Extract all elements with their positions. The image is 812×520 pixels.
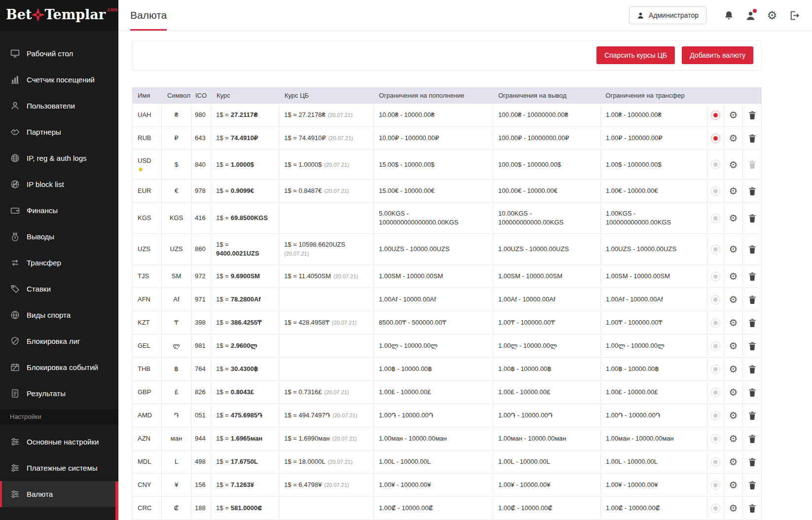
sidebar-item-label: Пользователи bbox=[27, 101, 75, 111]
sidebar-item-results[interactable]: Результаты bbox=[0, 380, 118, 407]
currency-name-cell: KZT bbox=[132, 311, 162, 334]
status-radio[interactable] bbox=[711, 160, 720, 169]
sidebar-item-bets[interactable]: Ставки bbox=[0, 276, 118, 302]
status-radio[interactable] bbox=[711, 318, 720, 328]
sidebar-item-transfer[interactable]: Трансфер bbox=[0, 250, 118, 276]
sidebar-item-event-block[interactable]: Блокировка событий bbox=[0, 354, 118, 380]
sidebar-item-visit-counter[interactable]: Счетчик посещений bbox=[0, 67, 118, 93]
trash-icon[interactable] bbox=[749, 435, 756, 443]
status-radio[interactable] bbox=[711, 365, 720, 374]
sidebar-item-finance[interactable]: Финансы bbox=[0, 197, 118, 223]
status-radio[interactable] bbox=[711, 481, 720, 490]
maltese-cross-icon bbox=[30, 7, 46, 23]
admin-button[interactable]: Администратор bbox=[629, 6, 706, 24]
gear-icon[interactable]: ⚙ bbox=[729, 110, 738, 120]
notifications-bell-icon[interactable] bbox=[722, 9, 735, 22]
sidebar-item-ip-reg-auth-logs[interactable]: IP, reg & auth logs bbox=[0, 145, 118, 171]
transfer-limits: 1.00฿ - 10000.00฿ bbox=[601, 358, 707, 380]
status-radio[interactable] bbox=[711, 186, 720, 196]
trash-icon[interactable] bbox=[749, 111, 756, 119]
sidebar-item-label: Трансфер bbox=[27, 258, 61, 268]
status-radio[interactable] bbox=[711, 214, 720, 223]
gear-icon[interactable]: ⚙ bbox=[729, 160, 738, 170]
gear-icon[interactable]: ⚙ bbox=[729, 133, 738, 143]
trash-icon[interactable] bbox=[749, 272, 756, 281]
transfer-limits: 1.00₡ - 10000.00₡ bbox=[601, 497, 707, 520]
trash-icon[interactable] bbox=[749, 365, 756, 373]
edit-cell: ⚙ bbox=[724, 311, 743, 334]
sidebar-item-main-settings[interactable]: Основные настройки bbox=[0, 429, 118, 455]
sidebar-item-sports[interactable]: Виды спорта bbox=[0, 302, 118, 328]
sidebar-scrollbar-thumb[interactable] bbox=[115, 482, 118, 520]
currency-symbol: ₴ bbox=[162, 104, 191, 126]
gear-icon[interactable]: ⚙ bbox=[729, 186, 738, 196]
trash-icon[interactable] bbox=[749, 342, 756, 350]
gear-icon[interactable]: ⚙ bbox=[729, 410, 738, 420]
rate-value: 1.0000$ bbox=[231, 160, 254, 169]
sidebar-item-partners[interactable]: Партнеры bbox=[0, 119, 118, 145]
logout-icon[interactable] bbox=[787, 9, 800, 22]
gear-icon[interactable]: ⚙ bbox=[729, 341, 738, 351]
trash-icon[interactable] bbox=[749, 481, 756, 489]
edit-cell: ⚙ bbox=[724, 180, 743, 202]
trash-icon[interactable] bbox=[749, 388, 756, 397]
settings-gear-icon[interactable]: ⚙ bbox=[766, 9, 778, 22]
gear-icon[interactable]: ⚙ bbox=[729, 318, 738, 328]
trash-icon[interactable] bbox=[749, 411, 756, 420]
sidebar-item-payment-systems[interactable]: Платежные системы bbox=[0, 455, 118, 481]
sidebar-item-users[interactable]: Пользователи bbox=[0, 93, 118, 119]
sidebar-item-ip-block-list[interactable]: IP block list bbox=[0, 171, 118, 197]
currency-symbol: ₽ bbox=[162, 127, 191, 149]
currency-name: UZS bbox=[138, 245, 150, 254]
sidebar-item-league-block[interactable]: Блокировка лиг bbox=[0, 328, 118, 354]
gear-icon[interactable]: ⚙ bbox=[729, 503, 738, 513]
trash-icon[interactable] bbox=[749, 504, 756, 513]
content: Спарсить курсы ЦБ Добавить валюту ИмяСим… bbox=[118, 31, 812, 520]
currency-symbol: ֏ bbox=[162, 404, 191, 427]
status-radio[interactable] bbox=[711, 504, 720, 513]
trash-icon[interactable] bbox=[749, 319, 756, 327]
trash-icon[interactable] bbox=[749, 214, 756, 223]
gear-icon[interactable]: ⚙ bbox=[729, 387, 738, 397]
sidebar-item-currency[interactable]: Валюта bbox=[0, 481, 118, 507]
cb-rate-value: 1$ = 1.6990ман bbox=[284, 434, 330, 443]
status-radio[interactable] bbox=[711, 272, 720, 281]
trash-icon[interactable] bbox=[749, 160, 756, 169]
logo[interactable]: Bet Templar .com bbox=[0, 0, 118, 31]
status-radio[interactable] bbox=[711, 134, 720, 143]
status-radio[interactable] bbox=[711, 434, 720, 444]
gear-icon[interactable]: ⚙ bbox=[729, 244, 738, 254]
trash-icon[interactable] bbox=[749, 458, 756, 466]
status-radio[interactable] bbox=[711, 295, 720, 304]
rate-value: 581.0000₡ bbox=[231, 504, 262, 513]
status-radio[interactable] bbox=[711, 111, 720, 120]
status-radio[interactable] bbox=[711, 411, 720, 420]
gear-icon[interactable]: ⚙ bbox=[729, 271, 738, 281]
trash-icon[interactable] bbox=[749, 134, 756, 143]
trash-icon[interactable] bbox=[749, 245, 756, 254]
profile-icon[interactable] bbox=[744, 9, 757, 22]
parse-cb-rates-button[interactable]: Спарсить курсы ЦБ bbox=[596, 46, 675, 64]
trash-icon[interactable] bbox=[749, 187, 756, 195]
trash-icon[interactable] bbox=[749, 296, 756, 304]
gear-icon[interactable]: ⚙ bbox=[729, 213, 738, 223]
deposit-limits: 10.00₴ - 10000.00₴ bbox=[374, 104, 493, 126]
currency-name-cell: GEL bbox=[132, 334, 162, 357]
currency-name: USD bbox=[138, 156, 151, 165]
gear-icon[interactable]: ⚙ bbox=[729, 295, 738, 304]
deposit-limits: 1.00£ - 10000.00£ bbox=[374, 381, 493, 404]
status-radio[interactable] bbox=[711, 457, 720, 467]
app: Bet Templar .com Рабочий столСчетчик пос… bbox=[0, 0, 812, 520]
add-currency-button[interactable]: Добавить валюту bbox=[682, 46, 753, 64]
status-radio[interactable] bbox=[711, 341, 720, 351]
sidebar-item-withdrawals[interactable]: Выводы bbox=[0, 223, 118, 250]
gear-icon[interactable]: ⚙ bbox=[729, 480, 738, 490]
currency-iso-number: 978 bbox=[191, 180, 211, 202]
gear-icon[interactable]: ⚙ bbox=[729, 434, 738, 444]
sidebar-settings-menu: Основные настройкиПлатежные системыВалют… bbox=[0, 424, 118, 507]
gear-icon[interactable]: ⚙ bbox=[729, 457, 738, 467]
status-radio[interactable] bbox=[711, 245, 720, 254]
sidebar-item-desktop[interactable]: Рабочий стол bbox=[0, 40, 118, 67]
gear-icon[interactable]: ⚙ bbox=[729, 364, 738, 374]
status-radio[interactable] bbox=[711, 388, 720, 397]
